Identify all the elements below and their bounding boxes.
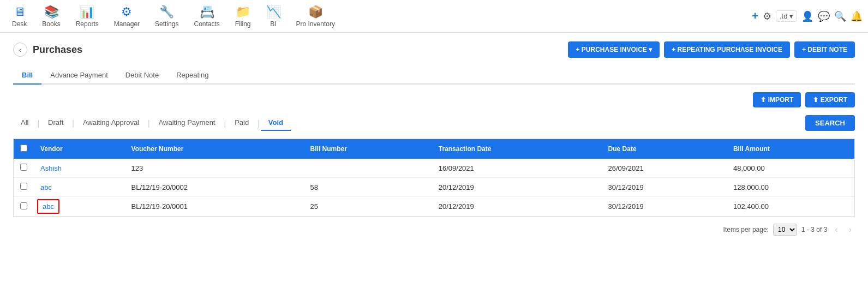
row3-transaction-date: 20/12/2019 xyxy=(432,197,602,217)
row3-checkbox-cell xyxy=(14,197,34,217)
notifications-icon[interactable]: 🔔 xyxy=(851,10,863,22)
top-nav: 🖥 Desk 📚 Books 📊 Reports ⚙ Manager 🔧 Set… xyxy=(0,0,868,33)
th-checkbox xyxy=(14,139,34,159)
nav-label-settings: Settings xyxy=(155,20,178,28)
th-bill-amount: Bill Amount xyxy=(727,139,854,159)
row2-due-date: 30/12/2019 xyxy=(602,178,727,197)
tab-debit-note[interactable]: Debit Note xyxy=(117,67,167,85)
chat-icon[interactable]: 💬 xyxy=(818,10,830,22)
row2-bill-number: 58 xyxy=(304,178,432,197)
row3-bill-number: 25 xyxy=(304,197,432,217)
filter-draft[interactable]: Draft xyxy=(40,115,71,131)
desk-icon: 🖥 xyxy=(14,5,26,19)
manager-icon: ⚙ xyxy=(121,5,132,19)
table-wrapper: Vendor Voucher Number Bill Number Transa… xyxy=(13,139,855,217)
reports-icon: 📊 xyxy=(80,5,94,19)
user-avatar[interactable]: 👤 xyxy=(801,10,813,22)
nav-label-manager: Manager xyxy=(114,20,140,28)
select-all-checkbox[interactable] xyxy=(20,145,27,152)
nav-label-bi: BI xyxy=(270,20,276,28)
pro-inventory-icon: 📦 xyxy=(308,5,323,19)
row3-vendor[interactable]: abc xyxy=(34,197,125,217)
row2-vendor[interactable]: abc xyxy=(34,178,125,197)
divider-4: | xyxy=(224,119,226,128)
tab-repeating[interactable]: Repeating xyxy=(167,67,217,85)
filter-awaiting-payment[interactable]: Awaiting Payment xyxy=(151,115,223,131)
nav-item-reports[interactable]: 📊 Reports xyxy=(69,1,105,32)
back-button[interactable]: ‹ xyxy=(13,43,27,57)
row1-vendor[interactable]: Ashish xyxy=(34,159,125,178)
nav-item-books[interactable]: 📚 Books xyxy=(35,1,67,32)
row3-bill-amount: 102,400.00 xyxy=(727,197,854,217)
th-transaction-date: Transaction Date xyxy=(432,139,602,159)
nav-item-contacts[interactable]: 📇 Contacts xyxy=(187,1,226,32)
settings-gear-icon[interactable]: ⚙ xyxy=(763,10,771,22)
repeating-purchase-invoice-button[interactable]: + REPEATING PURCHASE INVOICE xyxy=(664,41,790,58)
page-title: Purchases xyxy=(33,44,82,56)
row3-due-date: 30/12/2019 xyxy=(602,197,727,217)
nav-item-desk[interactable]: 🖥 Desk xyxy=(5,1,33,32)
nav-label-contacts: Contacts xyxy=(194,20,219,28)
filter-awaiting-approval[interactable]: Awaiting Approval xyxy=(75,115,147,131)
nav-item-bi[interactable]: 📉 BI xyxy=(260,1,288,32)
pagination-area: Items per page: 10 25 50 1 - 3 of 3 ‹ › xyxy=(13,224,855,236)
debit-note-button[interactable]: + DEBIT NOTE xyxy=(794,41,855,58)
nav-label-reports: Reports xyxy=(76,20,99,28)
table-row: abc BL/12/19-20/0002 58 20/12/2019 30/12… xyxy=(14,178,854,197)
bi-icon: 📉 xyxy=(266,5,281,19)
row3-voucher-number: BL/12/19-20/0001 xyxy=(125,197,304,217)
per-page-select[interactable]: 10 25 50 xyxy=(773,224,797,236)
row2-checkbox[interactable] xyxy=(20,183,27,190)
search-icon[interactable]: 🔍 xyxy=(834,10,846,22)
nav-item-filing[interactable]: 📁 Filing xyxy=(229,1,258,32)
purchase-invoice-button[interactable]: + PURCHASE INVOICE ▾ xyxy=(568,41,660,58)
nav-item-settings[interactable]: 🔧 Settings xyxy=(148,1,185,32)
nav-left: 🖥 Desk 📚 Books 📊 Reports ⚙ Manager 🔧 Set… xyxy=(5,1,342,32)
nav-right: + ⚙ .td ▾ 👤 💬 🔍 🔔 xyxy=(752,10,863,22)
prev-page-button[interactable]: ‹ xyxy=(831,224,841,236)
nav-item-pro-inventory[interactable]: 📦 Pro Inventory xyxy=(290,1,342,32)
filter-tabs: All | Draft | Awaiting Approval | Awaiti… xyxy=(13,115,855,131)
row3-checkbox[interactable] xyxy=(20,202,27,209)
company-label[interactable]: .td ▾ xyxy=(776,10,797,22)
action-bar: ⬆ IMPORT ⬆ EXPORT xyxy=(13,92,855,107)
search-button[interactable]: SEARCH xyxy=(805,115,855,131)
books-icon: 📚 xyxy=(44,5,59,19)
next-page-button[interactable]: › xyxy=(846,224,855,236)
row1-bill-number xyxy=(304,159,432,178)
filter-all[interactable]: All xyxy=(13,115,36,131)
table-header-row: Vendor Voucher Number Bill Number Transa… xyxy=(14,139,854,159)
main-content: ‹ Purchases + PURCHASE INVOICE ▾ + REPEA… xyxy=(0,33,868,306)
nav-label-desk: Desk xyxy=(12,20,27,28)
nav-item-manager[interactable]: ⚙ Manager xyxy=(107,1,146,32)
nav-label-pro-inventory: Pro Inventory xyxy=(296,20,335,28)
th-bill-number: Bill Number xyxy=(304,139,432,159)
settings-icon: 🔧 xyxy=(159,5,174,19)
row2-voucher-number: BL/12/19-20/0002 xyxy=(125,178,304,197)
page-title-area: ‹ Purchases xyxy=(13,43,82,57)
purchases-table: Vendor Voucher Number Bill Number Transa… xyxy=(14,139,854,217)
th-vendor: Vendor xyxy=(34,139,125,159)
filing-icon: 📁 xyxy=(236,5,250,19)
export-button[interactable]: ⬆ EXPORT xyxy=(805,92,855,107)
row2-checkbox-cell xyxy=(14,178,34,197)
header-buttons: + PURCHASE INVOICE ▾ + REPEATING PURCHAS… xyxy=(568,41,855,58)
tab-bill[interactable]: Bill xyxy=(13,67,41,85)
row1-transaction-date: 16/09/2021 xyxy=(432,159,602,178)
filter-paid[interactable]: Paid xyxy=(227,115,256,131)
items-per-page-label: Items per page: xyxy=(723,226,769,233)
row1-due-date: 26/09/2021 xyxy=(602,159,727,178)
nav-label-filing: Filing xyxy=(235,20,251,28)
import-button[interactable]: ⬆ IMPORT xyxy=(753,92,801,107)
row1-checkbox[interactable] xyxy=(20,164,27,171)
add-button[interactable]: + xyxy=(752,10,758,22)
tab-advance-payment[interactable]: Advance Payment xyxy=(41,67,117,85)
divider-1: | xyxy=(37,119,39,128)
filter-void[interactable]: Void xyxy=(261,115,291,131)
nav-label-books: Books xyxy=(42,20,60,28)
row1-bill-amount: 48,000.00 xyxy=(727,159,854,178)
row1-voucher-number: 123 xyxy=(125,159,304,178)
row2-transaction-date: 20/12/2019 xyxy=(432,178,602,197)
divider-3: | xyxy=(148,119,150,128)
contacts-icon: 📇 xyxy=(200,5,214,19)
